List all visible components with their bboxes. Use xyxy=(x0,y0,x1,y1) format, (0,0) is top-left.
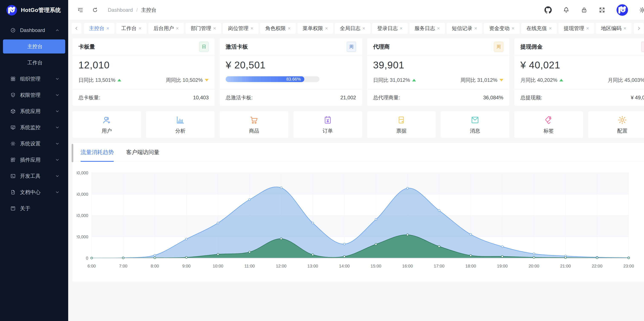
close-tab-icon[interactable]: × xyxy=(512,26,514,31)
sidebar-item-文档中心[interactable]: 文档中心 xyxy=(3,185,65,199)
close-tab-icon[interactable]: × xyxy=(623,26,626,31)
monitor-chart-icon xyxy=(10,125,16,130)
sidebar-item-插件应用[interactable]: 插件应用 xyxy=(3,153,65,167)
settings-gear-icon xyxy=(10,141,16,146)
stat-card-value: ¥ 40,021 xyxy=(520,59,644,71)
tab-短信记录[interactable]: 短信记录× xyxy=(447,23,482,34)
tab-label: 全局日志 xyxy=(340,25,360,32)
sidebar-item-权限管理[interactable]: 权限管理 xyxy=(3,88,65,102)
close-tab-icon[interactable]: × xyxy=(549,26,552,31)
shortcut-标签[interactable]: 标签 xyxy=(514,111,583,138)
tab-岗位管理[interactable]: 岗位管理× xyxy=(223,23,258,34)
sidebar-item-label: 权限管理 xyxy=(20,92,55,98)
tab-部门管理[interactable]: 部门管理× xyxy=(186,23,221,34)
sidebar-subitem-主控台[interactable]: 主控台 xyxy=(3,40,65,54)
shortcut-label: 配置 xyxy=(617,128,628,134)
stat-card-footer-label: 总代理商量: xyxy=(373,94,400,101)
sidebar-item-系统监控[interactable]: 系统监控 xyxy=(3,120,65,134)
tab-后台用户[interactable]: 后台用户× xyxy=(148,23,184,34)
close-tab-icon[interactable]: × xyxy=(437,26,440,31)
rate-text: 月同比 45,003% xyxy=(608,77,644,84)
shortcut-消息[interactable]: 消息 xyxy=(441,111,509,138)
collapse-menu-icon[interactable] xyxy=(77,7,84,13)
sidebar-item-组织管理[interactable]: 组织管理 xyxy=(3,72,65,86)
chevron-up-icon xyxy=(55,28,60,32)
svg-text:11:00: 11:00 xyxy=(244,264,255,268)
tab-label: 资金变动 xyxy=(489,25,510,32)
close-tab-icon[interactable]: × xyxy=(288,26,291,31)
close-tab-icon[interactable]: × xyxy=(474,26,477,31)
close-tab-icon[interactable]: × xyxy=(362,26,365,31)
sidebar-item-Dashboard[interactable]: Dashboard xyxy=(3,23,65,37)
bell-icon[interactable] xyxy=(563,6,570,14)
sidebar-item-系统设置[interactable]: 系统设置 xyxy=(3,137,65,151)
close-tab-icon[interactable]: × xyxy=(106,26,109,31)
tab-资金变动[interactable]: 资金变动× xyxy=(484,23,520,34)
rate-down: 月同比 45,003% xyxy=(608,77,644,84)
svg-text:16:00: 16:00 xyxy=(402,264,413,268)
trend-down-icon xyxy=(500,79,503,82)
chevron-down-icon xyxy=(55,158,60,162)
stat-card-footer-value: 21,002 xyxy=(340,95,356,100)
svg-text:20,000: 20,000 xyxy=(77,234,88,239)
shortcut-商品[interactable]: 商品 xyxy=(220,111,288,138)
stat-card-footer-value: ¥ 49,004 xyxy=(631,95,644,100)
tabs-next-button[interactable] xyxy=(634,23,644,34)
tab-全局日志[interactable]: 全局日志× xyxy=(335,23,370,34)
bar-chart-icon xyxy=(176,115,185,125)
svg-text:14:00: 14:00 xyxy=(339,264,350,268)
period-badge: 周 xyxy=(494,42,503,52)
shortcut-用户[interactable]: 用户 xyxy=(72,111,141,138)
refresh-icon[interactable] xyxy=(92,7,98,13)
tab-登录日志[interactable]: 登录日志× xyxy=(372,23,408,34)
shortcut-label: 票据 xyxy=(396,128,406,134)
tab-在线充值[interactable]: 在线充值× xyxy=(521,23,557,34)
top-header: Dashboard / 主控台 xyxy=(68,0,644,20)
shortcut-订单[interactable]: 订单 xyxy=(294,111,362,138)
svg-text:0: 0 xyxy=(86,256,88,260)
breadcrumb-root[interactable]: Dashboard xyxy=(108,7,133,13)
rate-down: 周同比 31,012% xyxy=(460,77,503,84)
close-tab-icon[interactable]: × xyxy=(176,26,179,31)
sidebar-item-关于[interactable]: 关于 xyxy=(3,202,65,216)
rate-text: 周同比 10,502% xyxy=(166,77,203,84)
tab-提现管理[interactable]: 提现管理× xyxy=(558,23,594,34)
close-tab-icon[interactable]: × xyxy=(400,26,402,31)
content-scrollbar-thumb[interactable] xyxy=(72,144,73,162)
logo-row[interactable]: HotGo管理系统 xyxy=(0,0,68,20)
stat-card-提现佣金: 提现佣金月¥ 40,021月同比 40,202%月同比 45,003%总提现额:… xyxy=(514,38,644,106)
lock-icon[interactable] xyxy=(581,6,588,14)
tab-服务日志[interactable]: 服务日志× xyxy=(409,23,445,34)
close-tab-icon[interactable]: × xyxy=(325,26,328,31)
close-tab-icon[interactable]: × xyxy=(213,26,216,31)
tab-菜单权限[interactable]: 菜单权限× xyxy=(298,23,333,34)
sidebar-item-开发工具[interactable]: 开发工具 xyxy=(3,169,65,183)
shortcut-票据[interactable]: 票据 xyxy=(367,111,436,138)
tab-工作台[interactable]: 工作台× xyxy=(116,23,146,34)
chart-tab-流量消耗趋势[interactable]: 流量消耗趋势 xyxy=(80,143,114,162)
stat-card-title: 激活卡板 xyxy=(226,43,248,50)
tab-地区编码[interactable]: 地区编码× xyxy=(596,23,632,34)
stat-card-footer-value: 10,403 xyxy=(193,95,209,100)
close-tab-icon[interactable]: × xyxy=(250,26,254,31)
shortcut-分析[interactable]: 分析 xyxy=(146,111,215,138)
tabs-prev-button[interactable] xyxy=(72,23,82,34)
tab-角色权限[interactable]: 角色权限× xyxy=(260,23,296,34)
user-avatar[interactable] xyxy=(616,4,628,16)
fullscreen-icon[interactable] xyxy=(598,6,606,14)
svg-text:9:00: 9:00 xyxy=(182,264,190,268)
shortcut-配置[interactable]: 配置 xyxy=(588,111,644,138)
tab-label: 后台用户 xyxy=(154,25,174,32)
settings-gear-icon[interactable] xyxy=(639,6,644,14)
chart-tab-客户端访问量[interactable]: 客户端访问量 xyxy=(126,143,160,162)
breadcrumb-current: 主控台 xyxy=(141,6,156,14)
tab-主控台[interactable]: 主控台× xyxy=(84,23,114,34)
sidebar-subitem-label: 工作台 xyxy=(27,59,42,66)
activation-progress-bar: 83.66% xyxy=(226,76,320,82)
rate-up: 日同比 31,012% xyxy=(373,77,416,84)
sidebar-subitem-工作台[interactable]: 工作台 xyxy=(3,56,65,70)
github-icon[interactable] xyxy=(544,6,552,14)
close-tab-icon[interactable]: × xyxy=(138,26,142,31)
close-tab-icon[interactable]: × xyxy=(586,26,589,31)
sidebar-item-系统应用[interactable]: 系统应用 xyxy=(3,104,65,118)
